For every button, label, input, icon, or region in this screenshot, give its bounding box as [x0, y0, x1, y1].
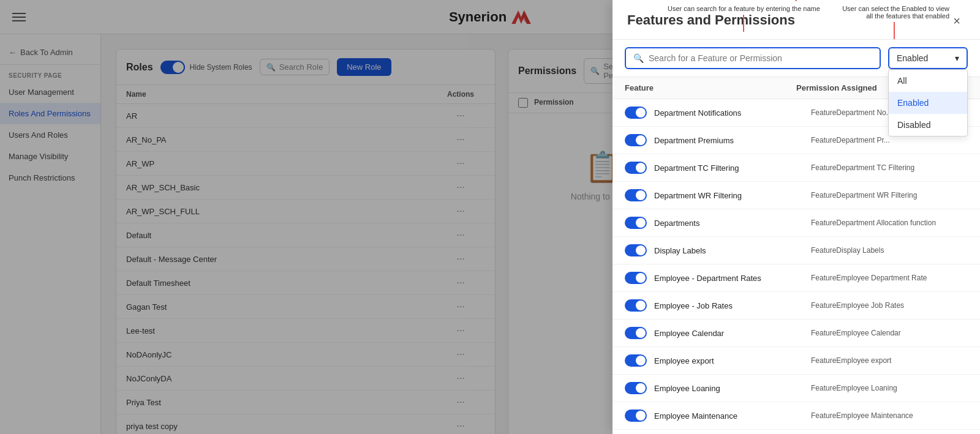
feature-toggle[interactable]	[625, 327, 647, 339]
feature-row: Department TC Filtering FeatureDepartmen…	[612, 154, 980, 182]
feature-name: Department Notifications	[654, 108, 811, 118]
dropdown-option-enabled[interactable]: Enabled	[889, 92, 967, 114]
feature-name: Employee - Job Rates	[654, 301, 811, 310]
feature-toggle[interactable]	[625, 244, 647, 256]
feature-toggle[interactable]	[625, 162, 647, 174]
col-feature-header: Feature	[625, 83, 796, 92]
feature-toggle[interactable]	[625, 354, 647, 367]
feature-name: Employee export	[654, 356, 811, 365]
feature-permission: FeatureEmployee Calendar	[811, 329, 968, 337]
feature-row: Employee - Department Rates FeatureEmplo…	[612, 264, 980, 292]
feature-permission: FeatureDepartment Pr...	[811, 136, 968, 144]
modal-header: Features and Permissions ×	[612, 0, 980, 40]
features-permissions-modal: User can search for a feature by enterin…	[612, 0, 980, 434]
modal-title-area: Features and Permissions	[627, 12, 795, 28]
feature-row: Employee - Job Rates FeatureEmployee Job…	[612, 292, 980, 320]
chevron-down-icon: ▾	[955, 53, 959, 63]
feature-toggle[interactable]	[625, 272, 647, 284]
feature-row: Employee export FeatureEmployee export	[612, 347, 980, 375]
feature-permission: FeatureEmployee Job Rates	[811, 301, 968, 310]
feature-row: Display Labels FeatureDisplay Labels	[612, 237, 980, 264]
feature-permission: FeatureEmployee export	[811, 356, 968, 365]
feature-name: Employee Calendar	[654, 329, 811, 338]
feature-name: Department TC Filtering	[654, 163, 811, 173]
status-select-button[interactable]: Enabled ▾	[888, 47, 968, 69]
modal-search-box[interactable]: 🔍	[625, 47, 881, 69]
feature-toggle[interactable]	[625, 382, 647, 394]
feature-toggle[interactable]	[625, 410, 647, 422]
feature-toggle[interactable]	[625, 189, 647, 201]
feature-name: Employee Loaning	[654, 384, 811, 393]
feature-name: Display Labels	[654, 246, 811, 255]
feature-toggle[interactable]	[625, 134, 647, 146]
feature-row: Department WR Filtering FeatureDepartmen…	[612, 182, 980, 209]
feature-toggle[interactable]	[625, 299, 647, 312]
feature-permission: FeatureEmployee Department Rate	[811, 274, 968, 282]
dropdown-option-all[interactable]: All	[889, 70, 967, 92]
feature-permission: FeatureDepartment Allocation function	[811, 219, 968, 227]
feature-row: Employee Profile Absences FeatureEmploye…	[612, 430, 980, 434]
feature-name: Employee - Department Rates	[654, 274, 811, 283]
modal-search-input[interactable]	[649, 53, 872, 63]
feature-permission: FeatureDepartment TC Filtering	[811, 163, 968, 172]
feature-permission: FeatureDisplay Labels	[811, 246, 968, 255]
feature-row: Employee Loaning FeatureEmployee Loaning	[612, 375, 980, 402]
status-selected-value: Enabled	[897, 53, 928, 63]
feature-permission: FeatureEmployee Loaning	[811, 384, 968, 392]
feature-name: Departments	[654, 219, 811, 228]
status-dropdown-menu: All Enabled Disabled	[888, 69, 968, 137]
feature-name: Department WR Filtering	[654, 191, 811, 200]
feature-name: Department Premiums	[654, 136, 811, 145]
feature-permission: FeatureEmployee Maintenance	[811, 411, 968, 420]
feature-row: Employee Maintenance FeatureEmployee Mai…	[612, 402, 980, 430]
modal-features-body: Department Notifications FeatureDepartme…	[612, 99, 980, 434]
feature-name: Employee Maintenance	[654, 411, 811, 421]
modal-toolbar: 🔍 Enabled ▾ All Enabled Disabled	[612, 40, 980, 77]
status-dropdown[interactable]: Enabled ▾ All Enabled Disabled	[888, 47, 968, 69]
feature-permission: FeatureDepartment WR Filtering	[811, 191, 968, 200]
feature-row: Departments FeatureDepartment Allocation…	[612, 209, 980, 237]
modal-close-button[interactable]: ×	[948, 12, 965, 29]
feature-toggle[interactable]	[625, 217, 647, 229]
feature-row: Employee Calendar FeatureEmployee Calend…	[612, 320, 980, 347]
modal-title: Features and Permissions	[627, 12, 795, 28]
dropdown-option-disabled[interactable]: Disabled	[889, 114, 967, 136]
feature-toggle[interactable]	[625, 107, 647, 119]
modal-search-icon: 🔍	[633, 53, 644, 63]
